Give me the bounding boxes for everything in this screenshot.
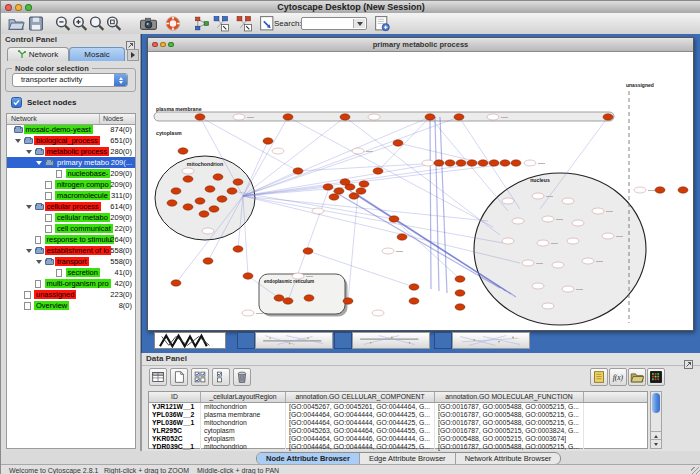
network-node-selected[interactable] xyxy=(263,138,273,144)
network-node[interactable] xyxy=(372,310,384,316)
scroll-down-icon[interactable] xyxy=(651,439,661,448)
network-node-selected[interactable] xyxy=(356,188,366,194)
endoplasmic-reticulum-region[interactable]: endoplasmic reticulum xyxy=(259,274,348,317)
network-node-selected[interactable] xyxy=(340,114,350,120)
network-node[interactable] xyxy=(522,260,534,266)
table-row[interactable]: YPL036W__2plasma membrane[GO:0044464, GO… xyxy=(149,411,647,419)
network-node[interactable] xyxy=(422,160,434,166)
network-node-selected[interactable] xyxy=(213,174,223,180)
table-column-header[interactable]: annotation.GO MOLECULAR_FUNCTION xyxy=(435,392,584,402)
network-node-selected[interactable] xyxy=(329,194,339,200)
help-lifesaver-icon[interactable] xyxy=(164,15,182,32)
network-node-selected[interactable] xyxy=(478,160,488,166)
plasma-membrane-region[interactable]: plasma membrane xyxy=(154,106,614,122)
network-node-selected[interactable] xyxy=(445,160,455,166)
network-node-selected[interactable] xyxy=(489,160,499,166)
network-node-selected[interactable] xyxy=(167,200,177,206)
network-node-selected[interactable] xyxy=(603,114,613,120)
network-node-selected[interactable] xyxy=(343,298,353,304)
network-node-selected[interactable] xyxy=(500,160,510,166)
import-network-icon[interactable] xyxy=(373,15,391,32)
network-node[interactable] xyxy=(352,148,364,154)
minimized-window-thumbnail[interactable] xyxy=(334,332,430,349)
tree-row[interactable]: unassigned223(0) xyxy=(7,289,135,300)
network-node-selected[interactable] xyxy=(334,188,344,194)
table-row[interactable]: YPL036W__1mitochondrion[GO:0044464, GO:0… xyxy=(149,419,647,427)
node-color-dropdown[interactable]: transporter activity xyxy=(12,73,128,87)
zoom-out-icon[interactable] xyxy=(54,15,72,32)
expand-arrow-icon[interactable] xyxy=(36,161,42,165)
resize-grip[interactable] xyxy=(691,467,700,474)
tab-network[interactable]: Network xyxy=(7,47,69,61)
tree-row[interactable]: macromolecule311(0) xyxy=(7,190,135,201)
network-node-selected[interactable] xyxy=(171,280,181,286)
network-node[interactable] xyxy=(537,240,549,246)
tree-row[interactable]: primary metabo209(... xyxy=(7,157,135,168)
expand-arrow-icon[interactable] xyxy=(26,150,32,154)
network-node-selected[interactable] xyxy=(655,187,665,193)
expand-arrow-icon[interactable] xyxy=(15,139,21,143)
tree-row[interactable]: Overview8(0) xyxy=(7,300,135,311)
network-node[interactable] xyxy=(182,168,194,174)
network-node-selected[interactable] xyxy=(283,114,293,120)
network-node-selected[interactable] xyxy=(183,204,193,210)
tree-row[interactable]: secretion41(0) xyxy=(7,267,135,278)
expand-arrow-icon[interactable] xyxy=(26,249,32,253)
network-node-selected[interactable] xyxy=(283,298,293,304)
network-node-selected[interactable] xyxy=(199,211,209,217)
network-node-selected[interactable] xyxy=(178,148,188,154)
network-node[interactable] xyxy=(382,248,394,254)
tree-row[interactable]: nucleobase-209(0) xyxy=(7,168,135,179)
tree-row[interactable]: response to stimulu264(0) xyxy=(7,234,135,245)
table-row[interactable]: YLR295Ccytoplasm[GO:0045263, GO:0044464,… xyxy=(149,427,647,435)
zoom-in-icon[interactable] xyxy=(71,15,89,32)
network-node-selected[interactable] xyxy=(454,114,464,120)
network-node-selected[interactable] xyxy=(393,140,403,146)
network-node-selected[interactable] xyxy=(511,160,521,166)
network-node-selected[interactable] xyxy=(304,295,314,301)
delete-attribute-icon[interactable] xyxy=(233,368,251,386)
minimized-window-thumbnail[interactable] xyxy=(434,332,530,349)
import-attributes-icon[interactable] xyxy=(628,368,646,386)
network-node[interactable] xyxy=(202,228,214,234)
network-node[interactable] xyxy=(368,114,380,120)
network-node-selected[interactable] xyxy=(455,304,465,310)
network-node[interactable] xyxy=(634,187,646,193)
tab-edge-attribute-browser[interactable]: Edge Attribute Browser xyxy=(359,453,455,464)
network-node[interactable] xyxy=(572,220,584,226)
tree-row[interactable]: mosaic-demo-yeast874(0) xyxy=(7,124,135,135)
network-node-selected[interactable] xyxy=(425,114,435,120)
network-overview-icon[interactable] xyxy=(193,15,211,32)
network-node[interactable] xyxy=(524,160,536,166)
network-node[interactable] xyxy=(242,310,254,316)
tab-mosaic[interactable]: Mosaic xyxy=(69,47,125,61)
network-node-selected[interactable] xyxy=(389,216,399,222)
network-node[interactable] xyxy=(542,216,554,222)
network-node-selected[interactable] xyxy=(233,246,243,252)
network-node-selected[interactable] xyxy=(195,114,205,120)
select-nodes-network-icon[interactable] xyxy=(211,15,231,32)
network-node-selected[interactable] xyxy=(455,290,465,296)
expand-arrow-icon[interactable] xyxy=(26,205,32,209)
network-node[interactable] xyxy=(562,286,574,292)
network-node-selected[interactable] xyxy=(183,176,193,182)
network-node-selected[interactable] xyxy=(205,186,215,192)
network-node-selected[interactable] xyxy=(359,181,369,187)
tree-row[interactable]: nitrogen compo209(0) xyxy=(7,179,135,190)
nucleus-region[interactable]: nucleus xyxy=(474,173,646,325)
network-node[interactable] xyxy=(233,114,245,120)
network-node-selected[interactable] xyxy=(243,273,253,279)
select-nodes-checkbox[interactable] xyxy=(11,97,22,108)
network-node-selected[interactable] xyxy=(455,276,465,282)
table-column-header[interactable]: ID xyxy=(149,392,201,402)
annotation-note-icon[interactable] xyxy=(590,368,608,386)
table-row[interactable]: YJR121W__1mitochondrion[GO:0045267, GO:0… xyxy=(149,403,647,411)
network-node-selected[interactable] xyxy=(409,298,419,304)
network-node[interactable] xyxy=(532,193,544,199)
network-node[interactable] xyxy=(292,273,304,279)
tree-row[interactable]: establishment of lo558(0) xyxy=(7,245,135,256)
search-dropdown-icon[interactable] xyxy=(353,19,365,28)
attribute-matrix-icon[interactable] xyxy=(647,368,665,386)
table-scrollbar[interactable] xyxy=(650,391,662,449)
function-builder-icon[interactable]: f(x) xyxy=(609,368,627,386)
